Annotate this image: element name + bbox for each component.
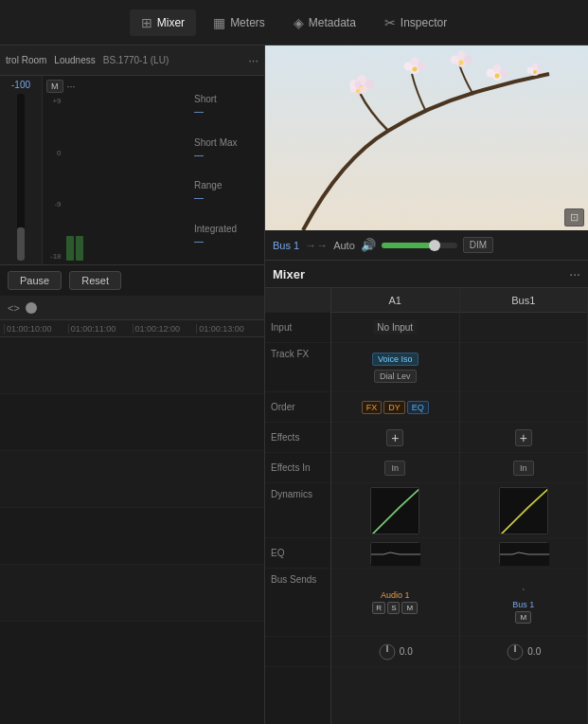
bus1-eq-cell: [460, 538, 588, 569]
ruler-mark-3: 01:00:13:00: [196, 324, 260, 334]
a1-input-cell: No Input: [331, 313, 459, 343]
loudness-meter: M ··· +9 0 -9 -18: [43, 76, 188, 264]
ruler-mark-0: 01:00:10:00: [4, 324, 68, 334]
eq-label: EQ: [265, 538, 330, 569]
pause-button[interactable]: Pause: [8, 271, 62, 290]
reset-button[interactable]: Reset: [69, 271, 121, 290]
bus-controls: Bus 1 →→ Auto 🔊 DIM: [265, 230, 588, 261]
nav-mixer[interactable]: ⊞ Mixer: [130, 9, 196, 36]
a1-pan-knob-icon: [378, 643, 397, 661]
a1-effects-in-button[interactable]: In: [384, 461, 405, 476]
control-room-label: trol Room: [6, 55, 46, 65]
bus1-pan-knob-icon: [506, 643, 525, 661]
stat-short-max: Short Max —: [194, 137, 258, 160]
loudness-options-button[interactable]: ···: [248, 53, 258, 67]
mixer-columns: Input Track FX Order Effects Effects In …: [265, 288, 588, 724]
channel-bus1: Bus1 +: [460, 288, 589, 724]
bus-volume-fill: [382, 243, 435, 248]
preview-overlay: ⊡: [561, 205, 588, 230]
svg-point-3: [349, 80, 359, 89]
bus-volume-bar[interactable]: [382, 243, 457, 248]
bus1-pan-knob[interactable]: 0.0: [506, 643, 541, 661]
a1-dynamics-graph[interactable]: [370, 487, 419, 534]
svg-point-19: [493, 64, 502, 73]
channel-bus1-header: Bus1: [460, 288, 588, 313]
svg-point-1: [356, 82, 367, 94]
a1-add-effect-button[interactable]: +: [386, 429, 403, 446]
a1-pan-value: 0.0: [400, 646, 413, 657]
svg-point-6: [410, 64, 419, 74]
top-navigation: ⊞ Mixer ▦ Meters ◈ Metadata ✂ Inspector: [0, 0, 588, 45]
bus-speaker-icon[interactable]: 🔊: [361, 238, 376, 252]
svg-point-13: [451, 56, 459, 64]
svg-point-16: [492, 71, 502, 81]
metadata-icon: ◈: [294, 15, 304, 30]
stat-short-label: Short: [194, 94, 258, 104]
fader-bar[interactable]: [17, 94, 25, 261]
bus1-bus-sends-cell: · Bus 1 M: [460, 569, 588, 637]
bus1-effects-cell: +: [460, 423, 588, 453]
mixer-header: Mixer ···: [265, 261, 588, 288]
ruler-marks: 01:00:10:00 01:00:11:00 01:00:12:00 01:0…: [0, 324, 264, 334]
a1-send-btn-row: R S M: [372, 602, 418, 614]
bus1-dynamics-graph[interactable]: [499, 487, 548, 534]
meter-bar-l: [66, 236, 74, 261]
bus1-add-effect-button[interactable]: +: [515, 429, 532, 446]
bus-volume-handle[interactable]: [429, 240, 440, 251]
left-panel: trol Room Loudness BS.1770-1 (LU) ··· -1…: [0, 45, 265, 724]
stat-range-label: Range: [194, 180, 258, 190]
nav-inspector[interactable]: ✂ Inspector: [373, 9, 458, 36]
nav-metadata[interactable]: ◈ Metadata: [282, 9, 367, 36]
track-row-2: [0, 394, 264, 451]
mono-button[interactable]: M: [46, 80, 63, 93]
loudness-content: -100 M ··· +9 0 -9 -18: [0, 76, 264, 265]
mixer-labels-column: Input Track FX Order Effects Effects In …: [265, 288, 331, 724]
scrubber-handle[interactable]: [26, 302, 37, 314]
preview-svg: [265, 45, 588, 230]
nav-meters[interactable]: ▦ Meters: [202, 9, 276, 36]
a1-dial-lev-button[interactable]: Dial Lev: [374, 370, 417, 383]
a1-order-eq-button[interactable]: EQ: [407, 401, 429, 414]
expand-preview-button[interactable]: ⊡: [564, 208, 584, 226]
a1-input-value: No Input: [373, 320, 417, 335]
bus1-pan-value: 0.0: [527, 646, 541, 657]
bus1-dynamics-cell: [460, 483, 588, 538]
a1-send-r-button[interactable]: R: [372, 602, 385, 614]
meter-options-button[interactable]: ···: [67, 81, 76, 92]
fader-fill: [17, 227, 25, 261]
bus1-eq-graph[interactable]: [499, 542, 548, 565]
bus1-send-btn-row: M: [515, 611, 531, 624]
a1-order-fx-button[interactable]: FX: [362, 401, 383, 414]
svg-point-8: [404, 63, 413, 71]
mixer-panel: Mixer ··· Input Track FX Order Effects E…: [265, 261, 588, 724]
a1-eq-graph[interactable]: [370, 542, 419, 565]
bus-sends-label: Bus Sends: [265, 569, 330, 637]
inspector-icon: ✂: [384, 15, 396, 30]
bus1-pan-cell: 0.0: [460, 637, 588, 667]
svg-point-23: [350, 86, 357, 93]
bus1-effects-in-button[interactable]: In: [513, 461, 534, 476]
bus1-send-m-button[interactable]: M: [515, 611, 531, 624]
scale-plus9: +9: [50, 97, 62, 105]
mixer-more-button[interactable]: ···: [569, 266, 580, 281]
dim-button[interactable]: DIM: [463, 237, 493, 253]
a1-send-s-button[interactable]: S: [387, 602, 400, 614]
a1-send-m-button[interactable]: M: [401, 602, 418, 614]
scale-0: 0: [50, 149, 62, 157]
a1-voice-iso-button[interactable]: Voice Iso: [372, 353, 419, 366]
svg-point-30: [533, 70, 537, 74]
track-row-1: [0, 337, 264, 394]
track-row-3: [0, 451, 264, 508]
stat-integrated-label: Integrated: [194, 224, 258, 234]
svg-point-29: [532, 63, 539, 70]
dynamics-label: Dynamics: [265, 483, 330, 538]
svg-point-14: [457, 51, 466, 60]
a1-order-dy-button[interactable]: DY: [383, 401, 405, 414]
timeline-area: <> 01:00:10:00 01:00:11:00 01:00:12:00 0…: [0, 296, 264, 724]
main-area: trol Room Loudness BS.1770-1 (LU) ··· -1…: [0, 45, 588, 724]
scale-minus9: -9: [50, 200, 62, 208]
fader-strip: -100: [0, 76, 43, 264]
a1-pan-knob[interactable]: 0.0: [378, 643, 413, 661]
svg-point-21: [354, 87, 362, 95]
svg-point-9: [411, 58, 419, 66]
